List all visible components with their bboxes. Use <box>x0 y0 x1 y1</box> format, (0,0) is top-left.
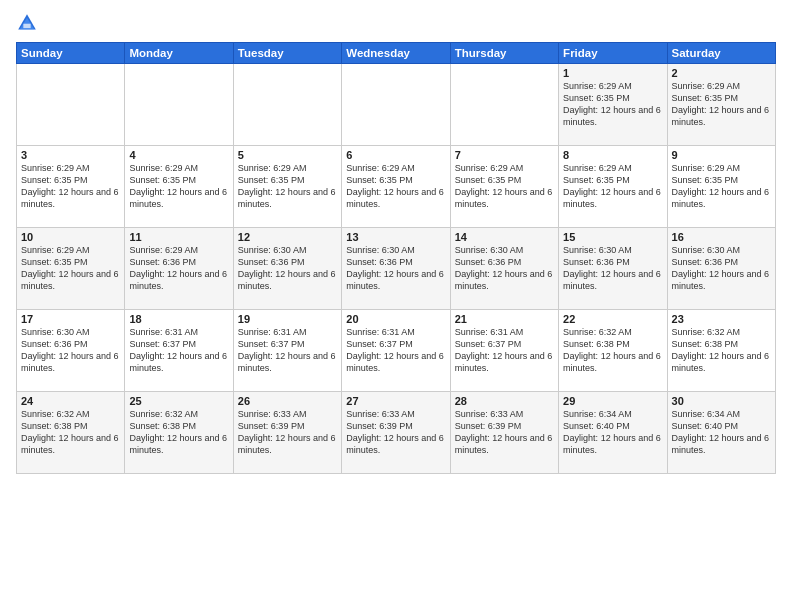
calendar-cell: 11Sunrise: 6:29 AM Sunset: 6:36 PM Dayli… <box>125 228 233 310</box>
day-info: Sunrise: 6:29 AM Sunset: 6:35 PM Dayligh… <box>563 80 662 129</box>
day-info: Sunrise: 6:31 AM Sunset: 6:37 PM Dayligh… <box>238 326 337 375</box>
day-info: Sunrise: 6:30 AM Sunset: 6:36 PM Dayligh… <box>455 244 554 293</box>
day-number: 15 <box>563 231 662 243</box>
day-number: 13 <box>346 231 445 243</box>
day-info: Sunrise: 6:30 AM Sunset: 6:36 PM Dayligh… <box>346 244 445 293</box>
calendar-cell <box>342 64 450 146</box>
day-info: Sunrise: 6:30 AM Sunset: 6:36 PM Dayligh… <box>672 244 771 293</box>
day-info: Sunrise: 6:33 AM Sunset: 6:39 PM Dayligh… <box>346 408 445 457</box>
calendar-cell: 6Sunrise: 6:29 AM Sunset: 6:35 PM Daylig… <box>342 146 450 228</box>
day-number: 25 <box>129 395 228 407</box>
day-number: 16 <box>672 231 771 243</box>
day-number: 2 <box>672 67 771 79</box>
day-info: Sunrise: 6:29 AM Sunset: 6:35 PM Dayligh… <box>455 162 554 211</box>
calendar-cell <box>233 64 341 146</box>
calendar-table: SundayMondayTuesdayWednesdayThursdayFrid… <box>16 42 776 474</box>
calendar-cell: 5Sunrise: 6:29 AM Sunset: 6:35 PM Daylig… <box>233 146 341 228</box>
page-container: SundayMondayTuesdayWednesdayThursdayFrid… <box>0 0 792 482</box>
calendar-cell: 12Sunrise: 6:30 AM Sunset: 6:36 PM Dayli… <box>233 228 341 310</box>
day-info: Sunrise: 6:30 AM Sunset: 6:36 PM Dayligh… <box>21 326 120 375</box>
header <box>16 12 776 34</box>
calendar-cell <box>125 64 233 146</box>
day-number: 27 <box>346 395 445 407</box>
day-info: Sunrise: 6:32 AM Sunset: 6:38 PM Dayligh… <box>129 408 228 457</box>
calendar-cell: 20Sunrise: 6:31 AM Sunset: 6:37 PM Dayli… <box>342 310 450 392</box>
day-number: 9 <box>672 149 771 161</box>
calendar-cell: 15Sunrise: 6:30 AM Sunset: 6:36 PM Dayli… <box>559 228 667 310</box>
calendar-cell: 13Sunrise: 6:30 AM Sunset: 6:36 PM Dayli… <box>342 228 450 310</box>
day-info: Sunrise: 6:33 AM Sunset: 6:39 PM Dayligh… <box>238 408 337 457</box>
day-number: 4 <box>129 149 228 161</box>
calendar-cell: 26Sunrise: 6:33 AM Sunset: 6:39 PM Dayli… <box>233 392 341 474</box>
calendar-cell: 22Sunrise: 6:32 AM Sunset: 6:38 PM Dayli… <box>559 310 667 392</box>
weekday-header-thursday: Thursday <box>450 43 558 64</box>
day-info: Sunrise: 6:29 AM Sunset: 6:35 PM Dayligh… <box>238 162 337 211</box>
calendar-cell: 7Sunrise: 6:29 AM Sunset: 6:35 PM Daylig… <box>450 146 558 228</box>
day-number: 5 <box>238 149 337 161</box>
weekday-header-monday: Monday <box>125 43 233 64</box>
calendar-week-4: 17Sunrise: 6:30 AM Sunset: 6:36 PM Dayli… <box>17 310 776 392</box>
day-number: 24 <box>21 395 120 407</box>
day-number: 23 <box>672 313 771 325</box>
calendar-week-1: 1Sunrise: 6:29 AM Sunset: 6:35 PM Daylig… <box>17 64 776 146</box>
calendar-week-5: 24Sunrise: 6:32 AM Sunset: 6:38 PM Dayli… <box>17 392 776 474</box>
day-info: Sunrise: 6:32 AM Sunset: 6:38 PM Dayligh… <box>563 326 662 375</box>
day-number: 30 <box>672 395 771 407</box>
day-info: Sunrise: 6:33 AM Sunset: 6:39 PM Dayligh… <box>455 408 554 457</box>
day-number: 14 <box>455 231 554 243</box>
calendar-cell <box>450 64 558 146</box>
calendar-cell: 4Sunrise: 6:29 AM Sunset: 6:35 PM Daylig… <box>125 146 233 228</box>
calendar-cell: 1Sunrise: 6:29 AM Sunset: 6:35 PM Daylig… <box>559 64 667 146</box>
day-info: Sunrise: 6:29 AM Sunset: 6:35 PM Dayligh… <box>346 162 445 211</box>
day-number: 17 <box>21 313 120 325</box>
calendar-cell <box>17 64 125 146</box>
calendar-cell: 14Sunrise: 6:30 AM Sunset: 6:36 PM Dayli… <box>450 228 558 310</box>
day-info: Sunrise: 6:29 AM Sunset: 6:35 PM Dayligh… <box>129 162 228 211</box>
weekday-header-friday: Friday <box>559 43 667 64</box>
day-info: Sunrise: 6:34 AM Sunset: 6:40 PM Dayligh… <box>563 408 662 457</box>
day-number: 22 <box>563 313 662 325</box>
day-info: Sunrise: 6:29 AM Sunset: 6:35 PM Dayligh… <box>21 162 120 211</box>
calendar-cell: 28Sunrise: 6:33 AM Sunset: 6:39 PM Dayli… <box>450 392 558 474</box>
day-number: 8 <box>563 149 662 161</box>
day-info: Sunrise: 6:30 AM Sunset: 6:36 PM Dayligh… <box>238 244 337 293</box>
day-info: Sunrise: 6:31 AM Sunset: 6:37 PM Dayligh… <box>455 326 554 375</box>
day-number: 18 <box>129 313 228 325</box>
day-number: 19 <box>238 313 337 325</box>
day-info: Sunrise: 6:29 AM Sunset: 6:35 PM Dayligh… <box>672 162 771 211</box>
day-number: 3 <box>21 149 120 161</box>
day-number: 1 <box>563 67 662 79</box>
calendar-cell: 17Sunrise: 6:30 AM Sunset: 6:36 PM Dayli… <box>17 310 125 392</box>
calendar-week-2: 3Sunrise: 6:29 AM Sunset: 6:35 PM Daylig… <box>17 146 776 228</box>
day-number: 6 <box>346 149 445 161</box>
logo-icon <box>16 12 38 34</box>
calendar-cell: 25Sunrise: 6:32 AM Sunset: 6:38 PM Dayli… <box>125 392 233 474</box>
day-info: Sunrise: 6:31 AM Sunset: 6:37 PM Dayligh… <box>129 326 228 375</box>
weekday-header-row: SundayMondayTuesdayWednesdayThursdayFrid… <box>17 43 776 64</box>
day-number: 12 <box>238 231 337 243</box>
day-info: Sunrise: 6:30 AM Sunset: 6:36 PM Dayligh… <box>563 244 662 293</box>
weekday-header-wednesday: Wednesday <box>342 43 450 64</box>
day-number: 20 <box>346 313 445 325</box>
calendar-cell: 19Sunrise: 6:31 AM Sunset: 6:37 PM Dayli… <box>233 310 341 392</box>
day-number: 10 <box>21 231 120 243</box>
calendar-cell: 21Sunrise: 6:31 AM Sunset: 6:37 PM Dayli… <box>450 310 558 392</box>
day-info: Sunrise: 6:29 AM Sunset: 6:35 PM Dayligh… <box>563 162 662 211</box>
day-number: 26 <box>238 395 337 407</box>
calendar-cell: 8Sunrise: 6:29 AM Sunset: 6:35 PM Daylig… <box>559 146 667 228</box>
calendar-cell: 23Sunrise: 6:32 AM Sunset: 6:38 PM Dayli… <box>667 310 775 392</box>
day-info: Sunrise: 6:29 AM Sunset: 6:36 PM Dayligh… <box>129 244 228 293</box>
day-info: Sunrise: 6:29 AM Sunset: 6:35 PM Dayligh… <box>672 80 771 129</box>
weekday-header-tuesday: Tuesday <box>233 43 341 64</box>
calendar-cell: 9Sunrise: 6:29 AM Sunset: 6:35 PM Daylig… <box>667 146 775 228</box>
calendar-cell: 30Sunrise: 6:34 AM Sunset: 6:40 PM Dayli… <box>667 392 775 474</box>
day-number: 11 <box>129 231 228 243</box>
calendar-cell: 2Sunrise: 6:29 AM Sunset: 6:35 PM Daylig… <box>667 64 775 146</box>
calendar-cell: 29Sunrise: 6:34 AM Sunset: 6:40 PM Dayli… <box>559 392 667 474</box>
calendar-cell: 10Sunrise: 6:29 AM Sunset: 6:35 PM Dayli… <box>17 228 125 310</box>
calendar-cell: 18Sunrise: 6:31 AM Sunset: 6:37 PM Dayli… <box>125 310 233 392</box>
weekday-header-sunday: Sunday <box>17 43 125 64</box>
day-info: Sunrise: 6:32 AM Sunset: 6:38 PM Dayligh… <box>21 408 120 457</box>
calendar-cell: 24Sunrise: 6:32 AM Sunset: 6:38 PM Dayli… <box>17 392 125 474</box>
day-info: Sunrise: 6:31 AM Sunset: 6:37 PM Dayligh… <box>346 326 445 375</box>
